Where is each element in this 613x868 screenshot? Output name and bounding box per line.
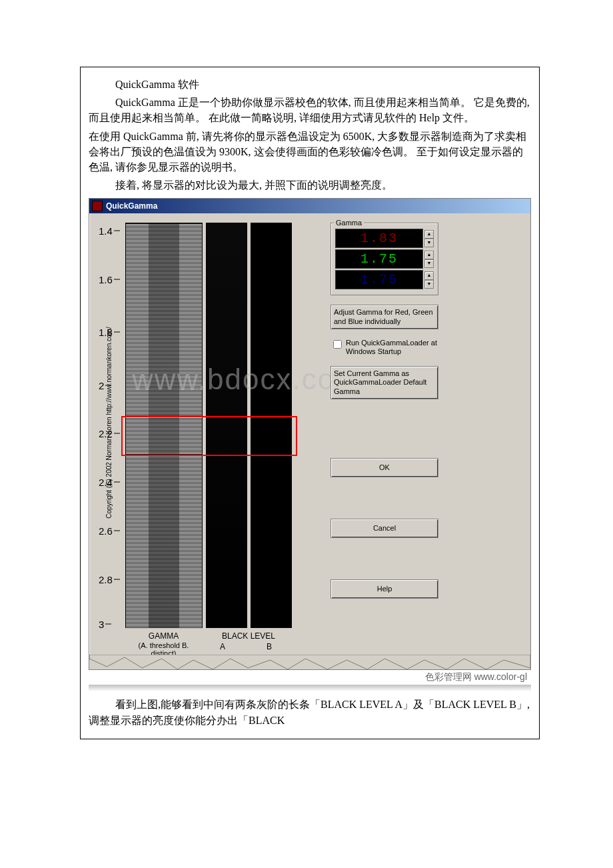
spin-up-icon[interactable]: ▲ bbox=[424, 271, 434, 280]
label-black-b: B bbox=[267, 642, 272, 651]
label-black-level: BLACK LEVEL bbox=[206, 631, 291, 641]
controls-panel: Gamma 1.83 ▲ ▼ 1.75 ▲ ▼ bbox=[330, 223, 438, 655]
document-frame: QuickGamma 软件 QuickGamma 正是一个协助你做显示器校色的软… bbox=[80, 67, 540, 739]
copyright-vertical: Copyright (C) 2002 Norman Koren http://w… bbox=[105, 236, 113, 609]
window-titlebar[interactable]: QuickGamma bbox=[89, 199, 530, 213]
paragraph-1: QuickGamma 正是一个协助你做显示器校色的软体, 而且使用起来相当简单。… bbox=[89, 95, 531, 125]
gamma-group: Gamma 1.83 ▲ ▼ 1.75 ▲ ▼ bbox=[330, 223, 438, 295]
gamma-green-value: 1.75 bbox=[335, 249, 423, 269]
spin-up-icon[interactable]: ▲ bbox=[424, 251, 434, 259]
spin-down-icon[interactable]: ▼ bbox=[424, 239, 434, 247]
torn-edge bbox=[89, 655, 530, 669]
paragraph-3: 接着, 将显示器的对比设为最大, 并照下面的说明调整亮度。 bbox=[89, 177, 531, 193]
gamma-blue-spinner[interactable]: ▲ ▼ bbox=[424, 271, 434, 289]
chart-labels: GAMMA (A. threshold B. distinct) BLACK L… bbox=[99, 631, 297, 655]
paragraph-4: 看到上图,能够看到中间有两条灰阶的长条「BLACK LEVEL A」及「BLAC… bbox=[89, 697, 531, 727]
spin-up-icon[interactable]: ▲ bbox=[424, 230, 434, 239]
adjust-individually-button[interactable]: Adjust Gamma for Red, Green and Blue ind… bbox=[330, 305, 438, 329]
gamma-chart: 1.4 1.6 1.8 2 2.2 2.4 2.6 2.8 3 Copyrigh… bbox=[99, 223, 297, 655]
tick-1.4: 1.4 bbox=[99, 225, 120, 237]
label-black-a: A bbox=[220, 642, 225, 651]
run-loader-input[interactable] bbox=[333, 340, 342, 349]
gamma-green-spinner[interactable]: ▲ ▼ bbox=[424, 251, 434, 268]
tick-3.0: 3 bbox=[99, 619, 111, 630]
highlight-2.2 bbox=[121, 416, 297, 456]
quickgamma-window: QuickGamma 1.4 1.6 1.8 2 2.2 2.4 2.6 2.8… bbox=[89, 198, 531, 670]
cancel-button[interactable]: Cancel bbox=[330, 519, 438, 538]
doc-title: QuickGamma 软件 bbox=[89, 77, 531, 92]
ok-button[interactable]: OK bbox=[330, 458, 438, 477]
spin-down-icon[interactable]: ▼ bbox=[424, 280, 434, 289]
app-icon bbox=[92, 201, 103, 211]
set-default-gamma-button[interactable]: Set Current Gamma as QuickGammaLoader De… bbox=[330, 366, 438, 399]
paragraph-2: 在使用 QuickGamma 前, 请先将你的显示器色温设定为 6500K, 大… bbox=[89, 129, 531, 175]
spin-down-icon[interactable]: ▼ bbox=[424, 259, 434, 268]
help-button[interactable]: Help bbox=[330, 579, 438, 599]
drop-shadow bbox=[89, 685, 531, 691]
label-gamma: GAMMA bbox=[125, 631, 202, 641]
run-loader-checkbox[interactable]: Run QuickGammaLoader at Windows Startup bbox=[330, 339, 438, 357]
gamma-red-spinner[interactable]: ▲ ▼ bbox=[424, 230, 434, 247]
gamma-group-label: Gamma bbox=[334, 219, 364, 227]
gamma-red-value: 1.83 bbox=[335, 229, 423, 248]
gamma-blue-value: 1.75 bbox=[335, 270, 423, 289]
run-loader-label: Run QuickGammaLoader at Windows Startup bbox=[346, 339, 438, 357]
window-title: QuickGamma bbox=[106, 201, 157, 211]
